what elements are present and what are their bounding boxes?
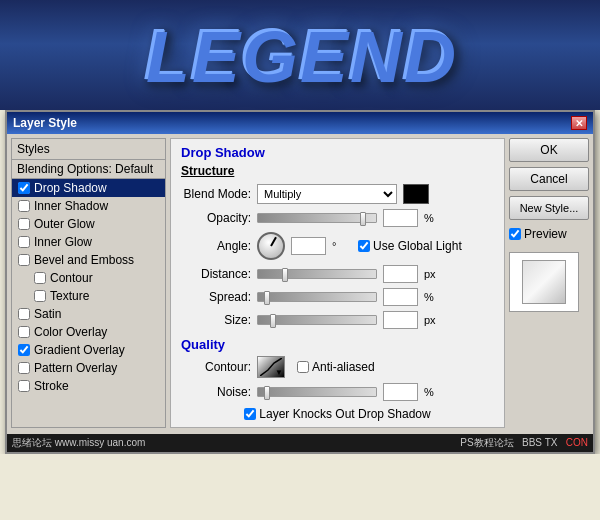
distance-label: Distance: xyxy=(181,267,251,281)
new-style-button[interactable]: New Style... xyxy=(509,196,589,220)
size-input[interactable]: 5 xyxy=(383,311,418,329)
preview-checkbox[interactable] xyxy=(509,228,521,240)
style-checkbox-4[interactable] xyxy=(18,254,30,266)
style-label-3: Inner Glow xyxy=(34,235,92,249)
style-checkbox-7[interactable] xyxy=(18,308,30,320)
style-label-5: Contour xyxy=(50,271,93,285)
style-checkbox-9[interactable] xyxy=(18,344,30,356)
opacity-unit: % xyxy=(424,212,444,224)
opacity-slider-thumb[interactable] xyxy=(360,212,366,226)
dialog-body: Styles Blending Options: Default Drop Sh… xyxy=(7,134,593,432)
size-row: Size: 5 px xyxy=(181,311,494,329)
use-global-light-label: Use Global Light xyxy=(358,239,462,253)
noise-unit: % xyxy=(424,386,444,398)
style-label-7: Satin xyxy=(34,307,61,321)
blending-options-item[interactable]: Blending Options: Default xyxy=(12,160,165,179)
contour-row: Contour: ▼ Anti-aliased xyxy=(181,356,494,378)
anti-aliased-label: Anti-aliased xyxy=(297,360,375,374)
styles-list-item-11[interactable]: Stroke xyxy=(12,377,165,395)
settings-panel: Drop Shadow Structure Blend Mode: Multip… xyxy=(170,138,505,428)
styles-list-item-0[interactable]: Drop Shadow xyxy=(12,179,165,197)
use-global-light-checkbox[interactable] xyxy=(358,240,370,252)
spread-slider-track[interactable] xyxy=(257,292,377,302)
contour-label: Contour: xyxy=(181,360,251,374)
styles-list-item-7[interactable]: Satin xyxy=(12,305,165,323)
contour-swatch[interactable]: ▼ xyxy=(257,356,285,378)
close-button[interactable]: ✕ xyxy=(571,116,587,130)
styles-list-item-4[interactable]: Bevel and Emboss xyxy=(12,251,165,269)
style-label-4: Bevel and Emboss xyxy=(34,253,134,267)
style-label-8: Color Overlay xyxy=(34,325,107,339)
style-checkbox-0[interactable] xyxy=(18,182,30,194)
left-panel: Styles Blending Options: Default Drop Sh… xyxy=(11,138,166,428)
style-label-9: Gradient Overlay xyxy=(34,343,125,357)
styles-list-item-1[interactable]: Inner Shadow xyxy=(12,197,165,215)
size-slider-track[interactable] xyxy=(257,315,377,325)
distance-input[interactable]: 4 xyxy=(383,265,418,283)
noise-slider-track[interactable] xyxy=(257,387,377,397)
blend-mode-select[interactable]: Multiply Normal Screen Overlay xyxy=(257,184,397,204)
opacity-slider-track[interactable] xyxy=(257,213,377,223)
watermark-left: 思绪论坛 www.missy uan.com xyxy=(12,436,145,450)
styles-list: Drop ShadowInner ShadowOuter GlowInner G… xyxy=(12,179,165,395)
top-banner: LeGeND xyxy=(0,0,600,110)
quality-section: Quality Contour: ▼ xyxy=(181,337,494,421)
size-slider-thumb[interactable] xyxy=(270,314,276,328)
spread-label: Spread: xyxy=(181,290,251,304)
distance-row: Distance: 4 px xyxy=(181,265,494,283)
noise-slider-thumb[interactable] xyxy=(264,386,270,400)
spread-row: Spread: 0 % xyxy=(181,288,494,306)
style-checkbox-3[interactable] xyxy=(18,236,30,248)
banner-text: LeGeND xyxy=(144,14,456,96)
watermark-right: PS教程论坛 BBS TX CON xyxy=(460,436,588,450)
right-area: Drop Shadow Structure Blend Mode: Multip… xyxy=(170,138,505,428)
style-checkbox-5[interactable] xyxy=(34,272,46,284)
angle-row: Angle: 128 ° Use Global Light xyxy=(181,232,494,260)
quality-title: Quality xyxy=(181,337,494,352)
blend-mode-label: Blend Mode: xyxy=(181,187,251,201)
watermark-bar: 思绪论坛 www.missy uan.com PS教程论坛 BBS TX CON xyxy=(7,434,593,452)
layer-knocks-label: Layer Knocks Out Drop Shadow xyxy=(244,407,430,421)
noise-row: Noise: 0 % xyxy=(181,383,494,401)
style-checkbox-2[interactable] xyxy=(18,218,30,230)
opacity-input[interactable]: 100 xyxy=(383,209,418,227)
spread-unit: % xyxy=(424,291,444,303)
anti-aliased-checkbox[interactable] xyxy=(297,361,309,373)
layer-knocks-text: Layer Knocks Out Drop Shadow xyxy=(259,407,430,421)
distance-slider-track[interactable] xyxy=(257,269,377,279)
blend-mode-row: Blend Mode: Multiply Normal Screen Overl… xyxy=(181,184,494,204)
styles-list-item-3[interactable]: Inner Glow xyxy=(12,233,165,251)
preview-label: Preview xyxy=(509,227,589,241)
angle-input[interactable]: 128 xyxy=(291,237,326,255)
style-checkbox-8[interactable] xyxy=(18,326,30,338)
angle-unit: ° xyxy=(332,240,352,252)
angle-dial[interactable] xyxy=(257,232,285,260)
noise-input[interactable]: 0 xyxy=(383,383,418,401)
style-label-2: Outer Glow xyxy=(34,217,95,231)
spread-input[interactable]: 0 xyxy=(383,288,418,306)
preview-text: Preview xyxy=(524,227,567,241)
style-checkbox-6[interactable] xyxy=(34,290,46,302)
distance-unit: px xyxy=(424,268,444,280)
styles-list-item-9[interactable]: Gradient Overlay xyxy=(12,341,165,359)
opacity-row: Opacity: 100 % xyxy=(181,209,494,227)
styles-list-item-8[interactable]: Color Overlay xyxy=(12,323,165,341)
style-label-1: Inner Shadow xyxy=(34,199,108,213)
layer-style-dialog: Layer Style ✕ Styles Blending Options: D… xyxy=(5,110,595,454)
spread-slider-thumb[interactable] xyxy=(264,291,270,305)
styles-list-item-5[interactable]: Contour xyxy=(12,269,165,287)
distance-slider-thumb[interactable] xyxy=(282,268,288,282)
preview-box xyxy=(522,260,566,304)
style-checkbox-1[interactable] xyxy=(18,200,30,212)
styles-list-item-2[interactable]: Outer Glow xyxy=(12,215,165,233)
style-checkbox-11[interactable] xyxy=(18,380,30,392)
style-checkbox-10[interactable] xyxy=(18,362,30,374)
opacity-label: Opacity: xyxy=(181,211,251,225)
styles-list-item-6[interactable]: Texture xyxy=(12,287,165,305)
styles-list-item-10[interactable]: Pattern Overlay xyxy=(12,359,165,377)
ok-button[interactable]: OK xyxy=(509,138,589,162)
blend-mode-color-swatch[interactable] xyxy=(403,184,429,204)
layer-knocks-checkbox[interactable] xyxy=(244,408,256,420)
dialog-title: Layer Style xyxy=(13,116,77,130)
cancel-button[interactable]: Cancel xyxy=(509,167,589,191)
